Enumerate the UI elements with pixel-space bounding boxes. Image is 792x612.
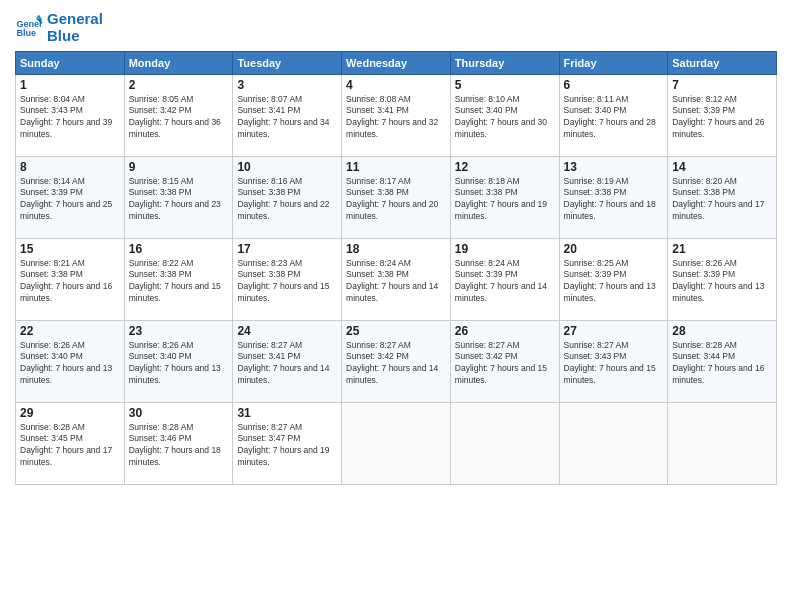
sunrise-label: Sunrise: 8:24 AM bbox=[455, 258, 520, 268]
sunrise-label: Sunrise: 8:12 AM bbox=[672, 94, 737, 104]
daylight-label: Daylight: 7 hours and 17 minutes. bbox=[20, 445, 112, 467]
day-number: 13 bbox=[564, 160, 664, 174]
day-info: Sunrise: 8:27 AM Sunset: 3:42 PM Dayligh… bbox=[455, 340, 555, 388]
day-info: Sunrise: 8:28 AM Sunset: 3:46 PM Dayligh… bbox=[129, 422, 229, 470]
calendar-cell: 28 Sunrise: 8:28 AM Sunset: 3:44 PM Dayl… bbox=[668, 320, 777, 402]
day-info: Sunrise: 8:28 AM Sunset: 3:44 PM Dayligh… bbox=[672, 340, 772, 388]
day-number: 17 bbox=[237, 242, 337, 256]
calendar-table: Sunday Monday Tuesday Wednesday Thursday… bbox=[15, 51, 777, 485]
sunset-label: Sunset: 3:38 PM bbox=[237, 269, 300, 279]
daylight-label: Daylight: 7 hours and 15 minutes. bbox=[237, 281, 329, 303]
calendar-cell: 7 Sunrise: 8:12 AM Sunset: 3:39 PM Dayli… bbox=[668, 74, 777, 156]
calendar-header: Sunday Monday Tuesday Wednesday Thursday… bbox=[16, 51, 777, 74]
daylight-label: Daylight: 7 hours and 16 minutes. bbox=[672, 363, 764, 385]
sunset-label: Sunset: 3:42 PM bbox=[455, 351, 518, 361]
sunset-label: Sunset: 3:38 PM bbox=[129, 187, 192, 197]
calendar-cell: 31 Sunrise: 8:27 AM Sunset: 3:47 PM Dayl… bbox=[233, 402, 342, 484]
day-number: 16 bbox=[129, 242, 229, 256]
logo: General Blue General Blue bbox=[15, 10, 103, 45]
sunrise-label: Sunrise: 8:11 AM bbox=[564, 94, 629, 104]
daylight-label: Daylight: 7 hours and 19 minutes. bbox=[455, 199, 547, 221]
day-number: 23 bbox=[129, 324, 229, 338]
daylight-label: Daylight: 7 hours and 14 minutes. bbox=[346, 363, 438, 385]
day-number: 18 bbox=[346, 242, 446, 256]
sunset-label: Sunset: 3:38 PM bbox=[564, 187, 627, 197]
calendar-cell: 1 Sunrise: 8:04 AM Sunset: 3:43 PM Dayli… bbox=[16, 74, 125, 156]
calendar-week-4: 29 Sunrise: 8:28 AM Sunset: 3:45 PM Dayl… bbox=[16, 402, 777, 484]
daylight-label: Daylight: 7 hours and 14 minutes. bbox=[237, 363, 329, 385]
day-info: Sunrise: 8:12 AM Sunset: 3:39 PM Dayligh… bbox=[672, 94, 772, 142]
calendar-cell: 2 Sunrise: 8:05 AM Sunset: 3:42 PM Dayli… bbox=[124, 74, 233, 156]
day-info: Sunrise: 8:20 AM Sunset: 3:38 PM Dayligh… bbox=[672, 176, 772, 224]
sunrise-label: Sunrise: 8:24 AM bbox=[346, 258, 411, 268]
day-number: 25 bbox=[346, 324, 446, 338]
day-info: Sunrise: 8:18 AM Sunset: 3:38 PM Dayligh… bbox=[455, 176, 555, 224]
sunrise-label: Sunrise: 8:14 AM bbox=[20, 176, 85, 186]
daylight-label: Daylight: 7 hours and 32 minutes. bbox=[346, 117, 438, 139]
daylight-label: Daylight: 7 hours and 14 minutes. bbox=[346, 281, 438, 303]
sunrise-label: Sunrise: 8:18 AM bbox=[455, 176, 520, 186]
day-info: Sunrise: 8:11 AM Sunset: 3:40 PM Dayligh… bbox=[564, 94, 664, 142]
day-info: Sunrise: 8:07 AM Sunset: 3:41 PM Dayligh… bbox=[237, 94, 337, 142]
sunrise-label: Sunrise: 8:16 AM bbox=[237, 176, 302, 186]
day-number: 8 bbox=[20, 160, 120, 174]
daylight-label: Daylight: 7 hours and 18 minutes. bbox=[564, 199, 656, 221]
sunrise-label: Sunrise: 8:28 AM bbox=[20, 422, 85, 432]
calendar-body: 1 Sunrise: 8:04 AM Sunset: 3:43 PM Dayli… bbox=[16, 74, 777, 484]
logo-text: General Blue bbox=[47, 10, 103, 45]
calendar-cell bbox=[342, 402, 451, 484]
day-number: 3 bbox=[237, 78, 337, 92]
day-number: 15 bbox=[20, 242, 120, 256]
day-number: 11 bbox=[346, 160, 446, 174]
sunrise-label: Sunrise: 8:27 AM bbox=[455, 340, 520, 350]
sunset-label: Sunset: 3:38 PM bbox=[129, 269, 192, 279]
calendar-cell: 20 Sunrise: 8:25 AM Sunset: 3:39 PM Dayl… bbox=[559, 238, 668, 320]
daylight-label: Daylight: 7 hours and 39 minutes. bbox=[20, 117, 112, 139]
daylight-label: Daylight: 7 hours and 15 minutes. bbox=[129, 281, 221, 303]
col-thursday: Thursday bbox=[450, 51, 559, 74]
daylight-label: Daylight: 7 hours and 28 minutes. bbox=[564, 117, 656, 139]
day-number: 30 bbox=[129, 406, 229, 420]
sunset-label: Sunset: 3:39 PM bbox=[455, 269, 518, 279]
calendar-cell: 16 Sunrise: 8:22 AM Sunset: 3:38 PM Dayl… bbox=[124, 238, 233, 320]
sunrise-label: Sunrise: 8:27 AM bbox=[564, 340, 629, 350]
calendar-cell: 23 Sunrise: 8:26 AM Sunset: 3:40 PM Dayl… bbox=[124, 320, 233, 402]
sunrise-label: Sunrise: 8:25 AM bbox=[564, 258, 629, 268]
day-info: Sunrise: 8:17 AM Sunset: 3:38 PM Dayligh… bbox=[346, 176, 446, 224]
day-info: Sunrise: 8:08 AM Sunset: 3:41 PM Dayligh… bbox=[346, 94, 446, 142]
sunset-label: Sunset: 3:39 PM bbox=[564, 269, 627, 279]
sunset-label: Sunset: 3:40 PM bbox=[455, 105, 518, 115]
sunrise-label: Sunrise: 8:10 AM bbox=[455, 94, 520, 104]
sunset-label: Sunset: 3:42 PM bbox=[129, 105, 192, 115]
daylight-label: Daylight: 7 hours and 13 minutes. bbox=[564, 281, 656, 303]
calendar-cell bbox=[450, 402, 559, 484]
sunrise-label: Sunrise: 8:26 AM bbox=[129, 340, 194, 350]
day-info: Sunrise: 8:05 AM Sunset: 3:42 PM Dayligh… bbox=[129, 94, 229, 142]
day-info: Sunrise: 8:27 AM Sunset: 3:42 PM Dayligh… bbox=[346, 340, 446, 388]
daylight-label: Daylight: 7 hours and 20 minutes. bbox=[346, 199, 438, 221]
sunset-label: Sunset: 3:39 PM bbox=[672, 269, 735, 279]
sunset-label: Sunset: 3:43 PM bbox=[20, 105, 83, 115]
col-saturday: Saturday bbox=[668, 51, 777, 74]
calendar-cell: 29 Sunrise: 8:28 AM Sunset: 3:45 PM Dayl… bbox=[16, 402, 125, 484]
sunrise-label: Sunrise: 8:07 AM bbox=[237, 94, 302, 104]
sunset-label: Sunset: 3:40 PM bbox=[20, 351, 83, 361]
calendar-cell: 26 Sunrise: 8:27 AM Sunset: 3:42 PM Dayl… bbox=[450, 320, 559, 402]
sunset-label: Sunset: 3:46 PM bbox=[129, 433, 192, 443]
calendar-cell: 11 Sunrise: 8:17 AM Sunset: 3:38 PM Dayl… bbox=[342, 156, 451, 238]
sunset-label: Sunset: 3:41 PM bbox=[237, 105, 300, 115]
day-number: 24 bbox=[237, 324, 337, 338]
daylight-label: Daylight: 7 hours and 26 minutes. bbox=[672, 117, 764, 139]
daylight-label: Daylight: 7 hours and 25 minutes. bbox=[20, 199, 112, 221]
daylight-label: Daylight: 7 hours and 15 minutes. bbox=[455, 363, 547, 385]
sunrise-label: Sunrise: 8:15 AM bbox=[129, 176, 194, 186]
sunrise-label: Sunrise: 8:28 AM bbox=[129, 422, 194, 432]
day-number: 19 bbox=[455, 242, 555, 256]
calendar-week-3: 22 Sunrise: 8:26 AM Sunset: 3:40 PM Dayl… bbox=[16, 320, 777, 402]
sunrise-label: Sunrise: 8:05 AM bbox=[129, 94, 194, 104]
daylight-label: Daylight: 7 hours and 34 minutes. bbox=[237, 117, 329, 139]
day-number: 14 bbox=[672, 160, 772, 174]
day-number: 26 bbox=[455, 324, 555, 338]
day-number: 2 bbox=[129, 78, 229, 92]
sunset-label: Sunset: 3:39 PM bbox=[20, 187, 83, 197]
